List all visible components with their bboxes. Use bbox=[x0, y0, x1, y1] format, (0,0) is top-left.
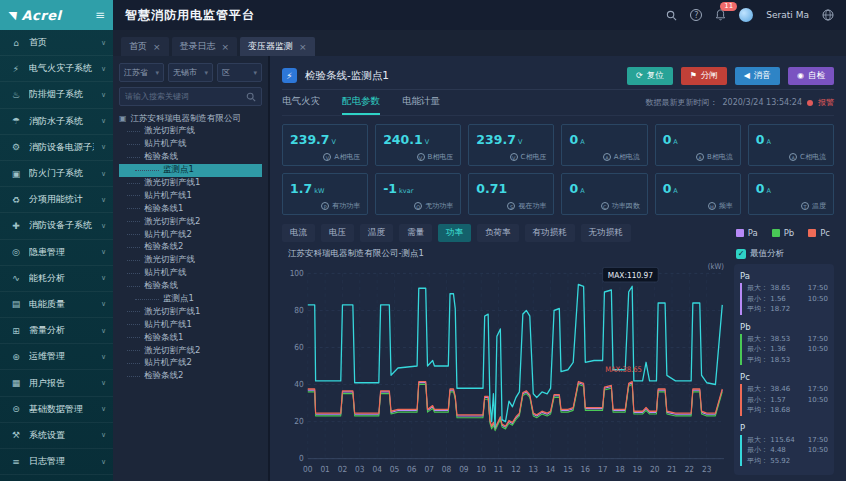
region-select[interactable]: 江苏省 ▾ bbox=[119, 63, 164, 82]
chart-zone: 电流电压温度需量功率负荷率有功损耗无功损耗 Pa Pb Pc 江苏安科瑞电器制造… bbox=[282, 224, 834, 481]
tree-item[interactable]: 检验条线2 bbox=[119, 370, 262, 383]
chart-filter-chip[interactable]: 温度 bbox=[360, 224, 393, 242]
sidebar-item-fire-water[interactable]: ☂ 消防水子系统 ∨ bbox=[0, 109, 113, 135]
sidebar-item-base-data[interactable]: ⊜ 基础数据管理 ∨ bbox=[0, 397, 113, 423]
sidebar-item-fire-device[interactable]: ✚ 消防设备子系统 ∨ bbox=[0, 213, 113, 239]
chart-filter-chip[interactable]: 电压 bbox=[321, 224, 354, 242]
logo-bar: ◥ Acrel ≡ bbox=[0, 0, 113, 30]
svg-text:18: 18 bbox=[615, 465, 624, 475]
svg-text:11: 11 bbox=[494, 465, 503, 475]
parameter-icon: S bbox=[507, 202, 515, 210]
chart-filter-chip[interactable]: 功率 bbox=[438, 224, 471, 242]
tree-item[interactable]: 贴片机产线 bbox=[119, 267, 262, 280]
detail-tab[interactable]: 电能计量 bbox=[402, 90, 440, 115]
monitor-point-icon: ⚡ bbox=[282, 68, 297, 83]
detail-tab[interactable]: 电气火灾 bbox=[282, 90, 320, 115]
tree-search-input[interactable] bbox=[125, 92, 242, 101]
parameter-card: 1.7kW P有功功率 bbox=[282, 173, 368, 215]
control-button[interactable]: ⟳复位 bbox=[627, 67, 673, 85]
tree-item[interactable]: 激光切割产线 bbox=[119, 125, 262, 138]
close-tab-icon[interactable]: × bbox=[153, 42, 161, 52]
region-select[interactable]: 无锡市 ▾ bbox=[168, 63, 213, 82]
sidebar-item-user-report[interactable]: ▦ 用户报告 ∨ bbox=[0, 370, 113, 396]
sidebar-item-energy-analysis[interactable]: ∿ 能耗分析 ∨ bbox=[0, 266, 113, 292]
sidebar-item-fire-power-supply[interactable]: ⚙ 消防设备电源子系统 ∨ bbox=[0, 135, 113, 161]
sidebar-item-system-settings[interactable]: ⚒ 系统设置 ∨ bbox=[0, 423, 113, 449]
tree-item[interactable]: 激光切割产线1 bbox=[119, 305, 262, 318]
tree-item[interactable]: 检验条线 bbox=[119, 151, 262, 164]
chart-filter-chip[interactable]: 需量 bbox=[399, 224, 432, 242]
sidebar-item-energy-category[interactable]: ♻ 分项用能统计 ∨ bbox=[0, 187, 113, 213]
sidebar-item-fire-door[interactable]: ▣ 防火门子系统 ∨ bbox=[0, 161, 113, 187]
sidebar-item-power-quality[interactable]: ▤ 电能质量 ∨ bbox=[0, 292, 113, 318]
username[interactable]: Serati Ma bbox=[766, 10, 809, 20]
parameter-card: 0.71 S视在功率 bbox=[468, 173, 554, 215]
parameter-card: 0A AC相电流 bbox=[748, 124, 834, 166]
chart-filter-chip[interactable]: 有功损耗 bbox=[525, 224, 575, 242]
search-icon[interactable] bbox=[246, 92, 256, 102]
page-tab[interactable]: 登录日志 × bbox=[172, 37, 238, 56]
svg-text:15: 15 bbox=[563, 465, 572, 475]
sidebar-item-hazard-management[interactable]: ◎ 隐患管理 ∨ bbox=[0, 240, 113, 266]
tree-item[interactable]: 监测点1 bbox=[119, 164, 262, 177]
detail-tab[interactable]: 配电参数 bbox=[342, 90, 380, 115]
sidebar-item-electrical-fire[interactable]: ⚡ 电气火灾子系统 ∨ bbox=[0, 56, 113, 82]
svg-text:04: 04 bbox=[372, 465, 381, 475]
smoke-control-icon: ♨ bbox=[10, 90, 22, 100]
max-analysis-checkbox[interactable]: ✓ 最值分析 bbox=[736, 248, 834, 260]
language-globe-icon[interactable] bbox=[822, 9, 834, 21]
svg-text:80: 80 bbox=[294, 306, 303, 316]
parameter-icon: T bbox=[801, 202, 809, 210]
control-button[interactable]: ◉自检 bbox=[788, 67, 834, 85]
tree-item[interactable]: 贴片机产线2 bbox=[119, 357, 262, 370]
control-button[interactable]: ⚑分闸 bbox=[681, 67, 727, 85]
chart-filter-chip[interactable]: 负荷率 bbox=[477, 224, 519, 242]
tree-item[interactable]: 激光切割产线 bbox=[119, 254, 262, 267]
svg-text:0: 0 bbox=[299, 454, 304, 464]
page-tab[interactable]: 变压器监测 × bbox=[240, 37, 315, 56]
menu-collapse-icon[interactable]: ≡ bbox=[95, 8, 105, 22]
page-tab[interactable]: 首页 × bbox=[121, 37, 169, 56]
company-icon: ▣ bbox=[119, 114, 127, 123]
region-select[interactable]: 区 ▾ bbox=[217, 63, 262, 82]
page-title: 智慧消防用电监管平台 bbox=[125, 7, 255, 24]
tree-item[interactable]: 激光切割产线2 bbox=[119, 215, 262, 228]
close-tab-icon[interactable]: × bbox=[222, 42, 230, 52]
sidebar-item-ops-management[interactable]: ⊛ 运维管理 ∨ bbox=[0, 344, 113, 370]
detail-tab-row: 电气火灾配电参数电能计量 数据最新更新时间： 2020/3/24 13:54:2… bbox=[282, 90, 834, 116]
sidebar-item-demand-analysis[interactable]: ⊞ 需量分析 ∨ bbox=[0, 318, 113, 344]
sidebar-item-home[interactable]: ⌂ 首页 ∨ bbox=[0, 30, 113, 56]
control-button[interactable]: ◀消音 bbox=[735, 67, 780, 85]
chart-filter-chip[interactable]: 电流 bbox=[282, 224, 315, 242]
close-tab-icon[interactable]: × bbox=[299, 42, 307, 52]
chart-filter-chip[interactable]: 无功损耗 bbox=[581, 224, 631, 242]
svg-text:23: 23 bbox=[702, 465, 711, 475]
parameter-card: 239.7V VC相电压 bbox=[468, 124, 554, 166]
tree-item[interactable]: 贴片机产线2 bbox=[119, 228, 262, 241]
tree-item[interactable]: 监测点1 bbox=[119, 293, 262, 306]
tree-root-company[interactable]: ▣ 江苏安科瑞电器制造有限公司 bbox=[119, 112, 262, 125]
tree-item[interactable]: 检验条线2 bbox=[119, 241, 262, 254]
sidebar-item-log-management[interactable]: ≡ 日志管理 ∨ bbox=[0, 449, 113, 475]
legend-item[interactable]: Pa bbox=[736, 228, 758, 238]
notification-bell-icon[interactable]: 11 bbox=[715, 9, 726, 21]
electrical-fire-icon: ⚡ bbox=[10, 64, 22, 74]
checkbox-check-icon: ✓ bbox=[736, 249, 746, 259]
search-icon[interactable] bbox=[666, 10, 677, 21]
energy-analysis-icon: ∿ bbox=[10, 273, 22, 283]
legend-item[interactable]: Pc bbox=[808, 228, 830, 238]
help-icon[interactable]: ? bbox=[690, 9, 702, 21]
tree-item[interactable]: 检验条线1 bbox=[119, 331, 262, 344]
tree-item[interactable]: 激光切割产线1 bbox=[119, 177, 262, 190]
tree-item[interactable]: 贴片机产线1 bbox=[119, 189, 262, 202]
tree-item[interactable]: 检验条线1 bbox=[119, 202, 262, 215]
avatar[interactable] bbox=[739, 8, 753, 22]
control-buttons: ⟳复位 ⚑分闸 ◀消音 ◉自检 bbox=[627, 67, 834, 85]
tree-item[interactable]: 检验条线 bbox=[119, 280, 262, 293]
sidebar-item-smoke-control[interactable]: ♨ 防排烟子系统 ∨ bbox=[0, 82, 113, 108]
tree-item[interactable]: 贴片机产线 bbox=[119, 138, 262, 151]
legend-item[interactable]: Pb bbox=[772, 228, 795, 238]
tree-item[interactable]: 贴片机产线1 bbox=[119, 318, 262, 331]
tree-item[interactable]: 激光切割产线2 bbox=[119, 344, 262, 357]
svg-text:14: 14 bbox=[546, 465, 555, 475]
